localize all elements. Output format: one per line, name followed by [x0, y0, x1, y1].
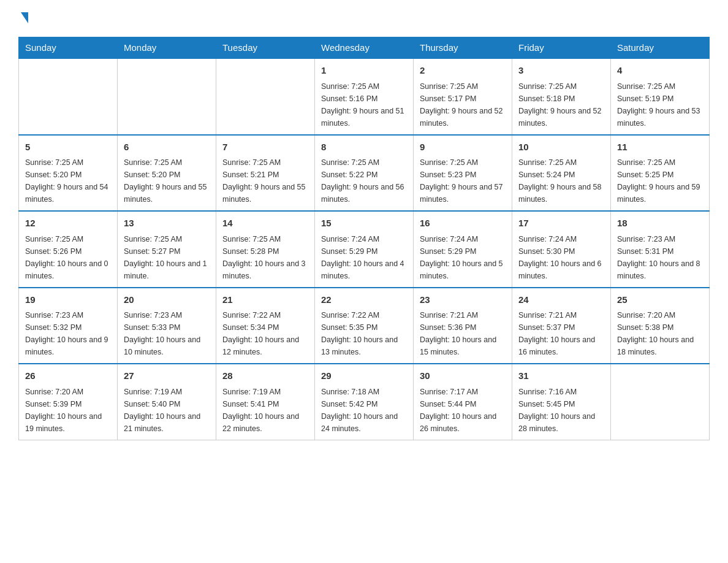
calendar-cell: 18Sunrise: 7:23 AMSunset: 5:31 PMDayligh…: [611, 211, 710, 288]
day-number: 4: [617, 64, 703, 78]
day-info: Sunrise: 7:25 AMSunset: 5:26 PMDaylight:…: [25, 233, 111, 282]
logo: [18, 12, 31, 25]
day-number: 23: [420, 293, 506, 307]
day-number: 24: [518, 293, 604, 307]
calendar-cell: 17Sunrise: 7:24 AMSunset: 5:30 PMDayligh…: [512, 211, 611, 288]
day-number: 5: [25, 140, 111, 155]
day-info: Sunrise: 7:19 AMSunset: 5:41 PMDaylight:…: [222, 386, 308, 435]
week-row-3: 12Sunrise: 7:25 AMSunset: 5:26 PMDayligh…: [19, 211, 710, 288]
day-number: 28: [222, 369, 308, 383]
calendar-cell: [611, 364, 710, 440]
day-info: Sunrise: 7:25 AMSunset: 5:16 PMDaylight:…: [321, 80, 407, 129]
day-info: Sunrise: 7:25 AMSunset: 5:22 PMDaylight:…: [321, 156, 407, 205]
day-info: Sunrise: 7:20 AMSunset: 5:39 PMDaylight:…: [25, 386, 111, 435]
day-info: Sunrise: 7:23 AMSunset: 5:32 PMDaylight:…: [25, 309, 111, 358]
day-info: Sunrise: 7:25 AMSunset: 5:20 PMDaylight:…: [25, 156, 111, 205]
calendar-cell: 10Sunrise: 7:25 AMSunset: 5:24 PMDayligh…: [512, 135, 611, 212]
day-number: 20: [124, 293, 210, 307]
week-row-1: 1Sunrise: 7:25 AMSunset: 5:16 PMDaylight…: [19, 58, 710, 135]
day-number: 12: [25, 216, 111, 231]
calendar-cell: [216, 58, 315, 135]
calendar-cell: 6Sunrise: 7:25 AMSunset: 5:20 PMDaylight…: [118, 135, 216, 212]
weekday-header-monday: Monday: [118, 37, 216, 59]
day-info: Sunrise: 7:19 AMSunset: 5:40 PMDaylight:…: [124, 386, 210, 435]
weekday-header-friday: Friday: [512, 37, 611, 59]
day-number: 22: [321, 293, 407, 307]
day-info: Sunrise: 7:25 AMSunset: 5:28 PMDaylight:…: [222, 233, 308, 282]
week-row-4: 19Sunrise: 7:23 AMSunset: 5:32 PMDayligh…: [19, 288, 710, 364]
day-number: 13: [124, 216, 210, 231]
calendar-cell: [118, 58, 216, 135]
day-number: 6: [124, 140, 210, 155]
calendar-cell: 24Sunrise: 7:21 AMSunset: 5:37 PMDayligh…: [512, 288, 611, 364]
day-number: 9: [420, 140, 506, 155]
calendar-cell: 27Sunrise: 7:19 AMSunset: 5:40 PMDayligh…: [118, 364, 216, 440]
day-info: Sunrise: 7:25 AMSunset: 5:20 PMDaylight:…: [124, 156, 210, 205]
calendar-cell: 31Sunrise: 7:16 AMSunset: 5:45 PMDayligh…: [512, 364, 611, 440]
day-info: Sunrise: 7:21 AMSunset: 5:37 PMDaylight:…: [518, 309, 604, 358]
day-number: 10: [518, 140, 604, 155]
day-info: Sunrise: 7:23 AMSunset: 5:33 PMDaylight:…: [124, 309, 210, 358]
calendar-header-row: SundayMondayTuesdayWednesdayThursdayFrid…: [19, 37, 710, 59]
weekday-header-wednesday: Wednesday: [315, 37, 414, 59]
calendar-cell: 21Sunrise: 7:22 AMSunset: 5:34 PMDayligh…: [216, 288, 315, 364]
day-info: Sunrise: 7:25 AMSunset: 5:23 PMDaylight:…: [420, 156, 506, 205]
calendar-cell: 25Sunrise: 7:20 AMSunset: 5:38 PMDayligh…: [611, 288, 710, 364]
day-info: Sunrise: 7:22 AMSunset: 5:34 PMDaylight:…: [222, 309, 308, 358]
day-number: 11: [617, 140, 703, 155]
day-info: Sunrise: 7:20 AMSunset: 5:38 PMDaylight:…: [617, 309, 703, 358]
day-number: 19: [25, 293, 111, 307]
weekday-header-thursday: Thursday: [414, 37, 512, 59]
page-header: [18, 12, 710, 25]
calendar-cell: 19Sunrise: 7:23 AMSunset: 5:32 PMDayligh…: [19, 288, 118, 364]
day-number: 7: [222, 140, 308, 155]
calendar-cell: 23Sunrise: 7:21 AMSunset: 5:36 PMDayligh…: [414, 288, 512, 364]
day-info: Sunrise: 7:24 AMSunset: 5:29 PMDaylight:…: [321, 233, 407, 282]
day-number: 17: [518, 216, 604, 231]
day-info: Sunrise: 7:22 AMSunset: 5:35 PMDaylight:…: [321, 309, 407, 358]
day-info: Sunrise: 7:17 AMSunset: 5:44 PMDaylight:…: [420, 386, 506, 435]
calendar-cell: 5Sunrise: 7:25 AMSunset: 5:20 PMDaylight…: [19, 135, 118, 212]
calendar-cell: 16Sunrise: 7:24 AMSunset: 5:29 PMDayligh…: [414, 211, 512, 288]
day-info: Sunrise: 7:24 AMSunset: 5:30 PMDaylight:…: [518, 233, 604, 282]
day-info: Sunrise: 7:16 AMSunset: 5:45 PMDaylight:…: [518, 386, 604, 435]
day-number: 18: [617, 216, 703, 231]
calendar-cell: 20Sunrise: 7:23 AMSunset: 5:33 PMDayligh…: [118, 288, 216, 364]
day-info: Sunrise: 7:25 AMSunset: 5:18 PMDaylight:…: [518, 80, 604, 129]
day-info: Sunrise: 7:21 AMSunset: 5:36 PMDaylight:…: [420, 309, 506, 358]
calendar-cell: 30Sunrise: 7:17 AMSunset: 5:44 PMDayligh…: [414, 364, 512, 440]
weekday-header-saturday: Saturday: [611, 37, 710, 59]
day-info: Sunrise: 7:24 AMSunset: 5:29 PMDaylight:…: [420, 233, 506, 282]
week-row-5: 26Sunrise: 7:20 AMSunset: 5:39 PMDayligh…: [19, 364, 710, 440]
week-row-2: 5Sunrise: 7:25 AMSunset: 5:20 PMDaylight…: [19, 135, 710, 212]
calendar-cell: 29Sunrise: 7:18 AMSunset: 5:42 PMDayligh…: [315, 364, 414, 440]
day-number: 14: [222, 216, 308, 231]
day-info: Sunrise: 7:25 AMSunset: 5:25 PMDaylight:…: [617, 156, 703, 205]
calendar-cell: 9Sunrise: 7:25 AMSunset: 5:23 PMDaylight…: [414, 135, 512, 212]
day-number: 16: [420, 216, 506, 231]
day-info: Sunrise: 7:25 AMSunset: 5:19 PMDaylight:…: [617, 80, 703, 129]
day-info: Sunrise: 7:25 AMSunset: 5:21 PMDaylight:…: [222, 156, 308, 205]
calendar-cell: 14Sunrise: 7:25 AMSunset: 5:28 PMDayligh…: [216, 211, 315, 288]
day-number: 21: [222, 293, 308, 307]
logo-triangle-icon: [21, 12, 28, 23]
calendar-cell: 4Sunrise: 7:25 AMSunset: 5:19 PMDaylight…: [611, 58, 710, 135]
day-info: Sunrise: 7:25 AMSunset: 5:24 PMDaylight:…: [518, 156, 604, 205]
calendar-cell: 22Sunrise: 7:22 AMSunset: 5:35 PMDayligh…: [315, 288, 414, 364]
calendar-cell: 26Sunrise: 7:20 AMSunset: 5:39 PMDayligh…: [19, 364, 118, 440]
calendar-table: SundayMondayTuesdayWednesdayThursdayFrid…: [18, 37, 710, 440]
day-number: 25: [617, 293, 703, 307]
day-info: Sunrise: 7:23 AMSunset: 5:31 PMDaylight:…: [617, 233, 703, 282]
day-number: 29: [321, 369, 407, 383]
day-info: Sunrise: 7:25 AMSunset: 5:17 PMDaylight:…: [420, 80, 506, 129]
day-info: Sunrise: 7:18 AMSunset: 5:42 PMDaylight:…: [321, 386, 407, 435]
day-number: 30: [420, 369, 506, 383]
day-number: 26: [25, 369, 111, 383]
day-number: 1: [321, 64, 407, 78]
calendar-cell: 7Sunrise: 7:25 AMSunset: 5:21 PMDaylight…: [216, 135, 315, 212]
calendar-cell: 12Sunrise: 7:25 AMSunset: 5:26 PMDayligh…: [19, 211, 118, 288]
calendar-cell: 1Sunrise: 7:25 AMSunset: 5:16 PMDaylight…: [315, 58, 414, 135]
weekday-header-sunday: Sunday: [19, 37, 118, 59]
day-number: 3: [518, 64, 604, 78]
day-info: Sunrise: 7:25 AMSunset: 5:27 PMDaylight:…: [124, 233, 210, 282]
